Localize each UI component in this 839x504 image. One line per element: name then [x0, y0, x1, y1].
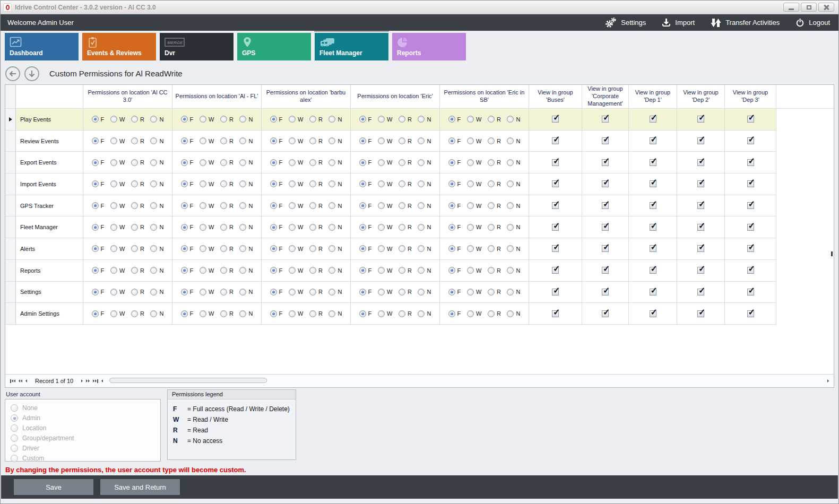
checkbox-icon[interactable]: [650, 116, 656, 123]
permission-radio-f[interactable]: F: [359, 310, 372, 317]
checkbox-icon[interactable]: [650, 310, 656, 317]
permission-radio-r[interactable]: R: [399, 245, 412, 252]
permission-radio-f[interactable]: F: [359, 289, 372, 296]
permission-radio-w[interactable]: W: [467, 202, 481, 209]
permission-radio-n[interactable]: N: [507, 310, 520, 317]
checkbox-icon[interactable]: [747, 116, 754, 123]
permission-radio-w[interactable]: W: [467, 159, 481, 166]
permission-radio-r[interactable]: R: [488, 116, 501, 123]
tab-fleet-manager[interactable]: Fleet Manager: [315, 33, 388, 60]
permission-radio-r[interactable]: R: [309, 159, 323, 166]
permission-radio-w[interactable]: W: [110, 310, 125, 317]
permission-radio-f[interactable]: F: [181, 310, 194, 317]
checkbox-icon[interactable]: [747, 224, 754, 231]
checkbox-icon[interactable]: [552, 224, 559, 231]
checkbox-icon[interactable]: [697, 289, 704, 296]
permission-radio-f[interactable]: F: [181, 267, 194, 274]
checkbox-icon[interactable]: [552, 180, 559, 187]
permission-radio-w[interactable]: W: [467, 180, 481, 187]
permission-radio-n[interactable]: N: [507, 289, 520, 296]
permission-radio-n[interactable]: N: [418, 116, 431, 123]
permission-radio-f[interactable]: F: [448, 116, 461, 123]
permission-radio-w[interactable]: W: [289, 180, 303, 187]
user-account-option[interactable]: Group/department: [11, 435, 160, 442]
permission-radio-n[interactable]: N: [239, 224, 253, 231]
checkbox-icon[interactable]: [650, 267, 656, 274]
permission-radio-r[interactable]: R: [220, 180, 233, 187]
permission-radio-r[interactable]: R: [220, 202, 233, 209]
permission-radio-r[interactable]: R: [488, 224, 501, 231]
close-button[interactable]: [818, 3, 834, 12]
permission-radio-f[interactable]: F: [270, 159, 283, 166]
checkbox-icon[interactable]: [650, 289, 656, 296]
checkbox-icon[interactable]: [552, 202, 559, 209]
permission-radio-f[interactable]: F: [359, 116, 372, 123]
down-button[interactable]: [24, 66, 39, 81]
permission-radio-f[interactable]: F: [92, 202, 105, 209]
checkbox-icon[interactable]: [552, 245, 559, 252]
permission-radio-n[interactable]: N: [150, 289, 163, 296]
user-account-option[interactable]: None: [11, 404, 160, 412]
user-account-option[interactable]: Location: [11, 424, 160, 432]
permission-radio-w[interactable]: W: [467, 245, 481, 252]
horizontal-scrollbar[interactable]: [108, 377, 823, 385]
permission-radio-f[interactable]: F: [270, 310, 283, 317]
permission-radio-w[interactable]: W: [110, 159, 125, 166]
permission-radio-w[interactable]: W: [110, 267, 125, 274]
permission-radio-f[interactable]: F: [181, 245, 194, 252]
permission-radio-r[interactable]: R: [220, 289, 233, 296]
checkbox-icon[interactable]: [602, 267, 609, 274]
permission-radio-w[interactable]: W: [289, 202, 303, 209]
permission-radio-n[interactable]: N: [418, 202, 431, 209]
checkbox-icon[interactable]: [697, 116, 704, 123]
permission-radio-w[interactable]: W: [289, 289, 303, 296]
permission-radio-r[interactable]: R: [131, 180, 144, 187]
permission-radio-n[interactable]: N: [418, 289, 431, 296]
next-page-button[interactable]: [84, 378, 91, 384]
checkbox-icon[interactable]: [602, 180, 609, 187]
checkbox-icon[interactable]: [697, 224, 704, 231]
checkbox-icon[interactable]: [747, 267, 754, 274]
permission-radio-f[interactable]: F: [270, 180, 283, 187]
user-account-option[interactable]: Driver: [11, 445, 160, 452]
checkbox-icon[interactable]: [697, 310, 704, 317]
permission-radio-f[interactable]: F: [270, 267, 283, 274]
permission-radio-r[interactable]: R: [488, 289, 501, 296]
checkbox-icon[interactable]: [650, 245, 656, 252]
tab-dvr[interactable]: MERGE Dvr: [160, 33, 233, 60]
permission-radio-n[interactable]: N: [239, 116, 253, 123]
user-account-option[interactable]: Admin: [11, 414, 160, 422]
permission-radio-f[interactable]: F: [359, 180, 372, 187]
permission-radio-w[interactable]: W: [200, 116, 214, 123]
permission-radio-w[interactable]: W: [467, 137, 481, 144]
permission-radio-w[interactable]: W: [200, 202, 214, 209]
permission-radio-r[interactable]: R: [399, 116, 412, 123]
permission-radio-n[interactable]: N: [507, 137, 520, 144]
permission-radio-r[interactable]: R: [309, 224, 323, 231]
permission-radio-f[interactable]: F: [92, 267, 105, 274]
checkbox-icon[interactable]: [697, 202, 704, 209]
permission-radio-f[interactable]: F: [92, 116, 105, 123]
permission-radio-f[interactable]: F: [181, 202, 194, 209]
permission-radio-w[interactable]: W: [289, 224, 303, 231]
permission-radio-f[interactable]: F: [92, 289, 105, 296]
permission-radio-w[interactable]: W: [200, 310, 214, 317]
checkbox-icon[interactable]: [602, 245, 609, 252]
permission-radio-r[interactable]: R: [131, 159, 144, 166]
permission-radio-r[interactable]: R: [131, 245, 144, 252]
permission-radio-r[interactable]: R: [220, 245, 233, 252]
permission-radio-w[interactable]: W: [378, 159, 392, 166]
settings-button[interactable]: Settings: [604, 17, 646, 28]
permission-radio-n[interactable]: N: [328, 202, 342, 209]
permission-radio-w[interactable]: W: [467, 116, 481, 123]
permission-radio-r[interactable]: R: [488, 202, 501, 209]
permission-radio-r[interactable]: R: [488, 137, 501, 144]
save-button[interactable]: Save: [14, 479, 93, 495]
permission-radio-w[interactable]: W: [467, 267, 481, 274]
permission-radio-f[interactable]: F: [448, 159, 461, 166]
permission-radio-f[interactable]: F: [448, 289, 461, 296]
permission-radio-n[interactable]: N: [418, 224, 431, 231]
checkbox-icon[interactable]: [747, 245, 754, 252]
permission-radio-w[interactable]: W: [200, 245, 214, 252]
permission-radio-w[interactable]: W: [200, 267, 214, 274]
